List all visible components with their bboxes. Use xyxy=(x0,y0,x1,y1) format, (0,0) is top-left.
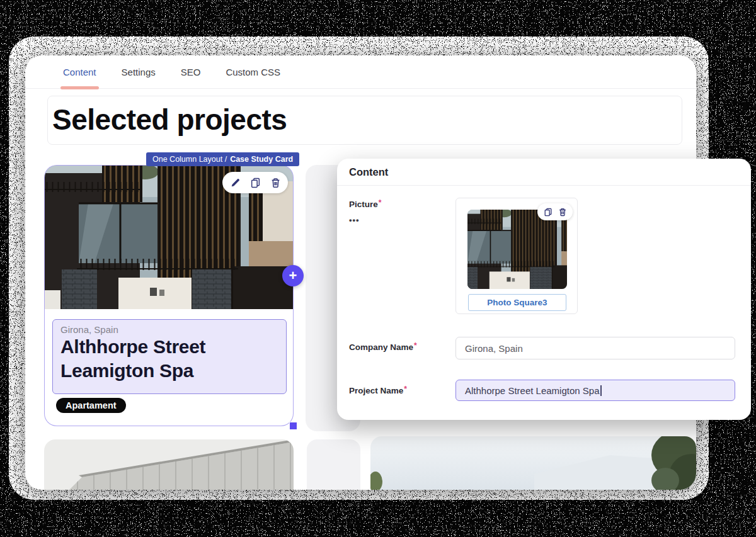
required-marker: * xyxy=(404,385,407,393)
tab-content-label: Content xyxy=(63,67,96,77)
field-options-icon[interactable]: ••• xyxy=(349,215,364,225)
thumbnail-toolbar xyxy=(537,203,573,220)
breadcrumb-current: Case Study Card xyxy=(230,155,293,164)
tab-settings[interactable]: Settings xyxy=(122,55,156,88)
placeholder-column-bottom xyxy=(307,439,360,490)
section-heading-block[interactable]: Selected projects xyxy=(47,96,682,145)
dialog-titlebar: Content xyxy=(337,159,751,186)
screenshot-canvas: Content Settings SEO Custom CSS Selected… xyxy=(0,0,756,537)
tab-custom-css[interactable]: Custom CSS xyxy=(226,55,280,88)
page-title: Selected projects xyxy=(48,96,682,137)
project-name-input[interactable]: Althhorpe Street Leamigton Spa xyxy=(455,380,735,401)
card-title: Althhorpe Street Leamigton Spa xyxy=(60,335,278,383)
breadcrumb-badge[interactable]: One Column Layout / Case Study Card xyxy=(146,152,299,166)
card-text-block[interactable]: Girona, Spain Althhorpe Street Leamigton… xyxy=(52,319,287,394)
dialog-title: Content xyxy=(349,166,388,178)
card-toolbar xyxy=(222,172,288,193)
breadcrumb-path: One Column Layout / xyxy=(152,155,227,164)
active-tab-underline xyxy=(60,86,99,89)
picture-field-label: Picture* ••• xyxy=(349,198,381,225)
company-name-label: Company Name* xyxy=(349,341,417,353)
edit-icon[interactable] xyxy=(230,178,241,188)
project-name-value: Althhorpe Street Leamigton Spa xyxy=(465,385,599,396)
delete-icon[interactable] xyxy=(558,208,567,217)
project-name-label: Project Name* xyxy=(349,385,407,396)
add-block-button[interactable]: + xyxy=(282,265,304,286)
tab-bar: Content Settings SEO Custom CSS xyxy=(25,55,696,89)
required-marker: * xyxy=(379,198,382,207)
duplicate-icon[interactable] xyxy=(544,208,553,217)
card-tag-badge: Apartament xyxy=(56,398,126,413)
content-dialog: Content Picture* ••• xyxy=(337,159,751,420)
next-project-photo-right xyxy=(370,436,696,490)
next-project-photo xyxy=(44,439,294,490)
case-study-card[interactable]: Girona, Spain Althhorpe Street Leamigton… xyxy=(44,165,294,426)
company-name-input[interactable]: Girona, Spain xyxy=(455,337,735,359)
card-location: Girona, Spain xyxy=(60,324,278,335)
photo-name-link[interactable]: Photo Square3 xyxy=(468,294,566,311)
resize-handle[interactable] xyxy=(289,422,297,430)
company-name-value: Girona, Spain xyxy=(465,343,523,354)
duplicate-icon[interactable] xyxy=(250,178,261,188)
delete-icon[interactable] xyxy=(270,178,281,188)
picture-thumbnail[interactable] xyxy=(467,210,567,289)
picture-upload-box: Photo Square3 xyxy=(455,198,578,314)
required-marker: * xyxy=(414,341,417,350)
text-cursor xyxy=(600,385,602,396)
tab-seo[interactable]: SEO xyxy=(181,55,201,88)
tab-content[interactable]: Content xyxy=(63,55,96,88)
